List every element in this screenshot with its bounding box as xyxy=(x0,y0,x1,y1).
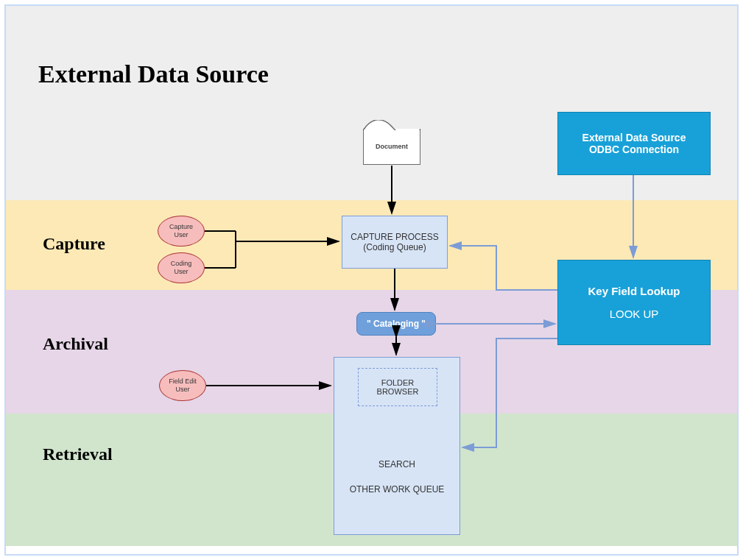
coding-user: Coding User xyxy=(158,252,205,283)
external-odbc-l2: ODBC Connection xyxy=(589,143,679,155)
key-field-lookup-box: Key Field Lookup LOOK UP xyxy=(557,260,711,345)
field-edit-user: Field Edit User xyxy=(159,370,206,401)
coding-user-l2: User xyxy=(174,268,188,276)
document-shape: Document xyxy=(363,129,420,165)
diagram-frame: External Data Source Capture Archival Re… xyxy=(4,4,739,556)
section-label-archival: Archival xyxy=(43,334,108,354)
capture-process-l2: (Coding Queue) xyxy=(363,242,426,252)
bottom-panel: FOLDER BROWSER SEARCH OTHER WORK QUEUE xyxy=(334,357,460,535)
capture-user-l1: Capture xyxy=(169,223,193,231)
capture-process-box: CAPTURE PROCESS (Coding Queue) xyxy=(342,216,448,269)
folder-browser-l1: FOLDER xyxy=(381,378,415,387)
external-odbc-l1: External Data Source xyxy=(582,132,686,143)
key-field-lookup-l2: LOOK UP xyxy=(610,308,659,320)
capture-process-l1: CAPTURE PROCESS xyxy=(351,232,438,242)
page-title: External Data Source xyxy=(38,60,269,88)
capture-user: Capture User xyxy=(158,216,205,247)
field-edit-user-l1: Field Edit xyxy=(169,378,197,386)
section-label-capture: Capture xyxy=(43,234,105,254)
coding-user-l1: Coding xyxy=(171,260,192,268)
cataloging-label: " Cataloging " xyxy=(367,319,426,329)
key-field-lookup-l1: Key Field Lookup xyxy=(588,285,680,297)
folder-browser-box: FOLDER BROWSER xyxy=(358,368,437,406)
section-label-retrieval: Retrieval xyxy=(43,444,113,464)
field-edit-user-l2: User xyxy=(175,386,189,394)
other-work-queue-label: OTHER WORK QUEUE xyxy=(334,484,459,495)
folder-browser-l2: BROWSER xyxy=(377,387,419,396)
cataloging-node: " Cataloging " xyxy=(356,312,436,336)
document-label: Document xyxy=(376,143,408,150)
capture-user-l2: User xyxy=(174,231,188,239)
search-label: SEARCH xyxy=(334,459,459,469)
external-odbc-box: External Data Source ODBC Connection xyxy=(557,112,711,175)
